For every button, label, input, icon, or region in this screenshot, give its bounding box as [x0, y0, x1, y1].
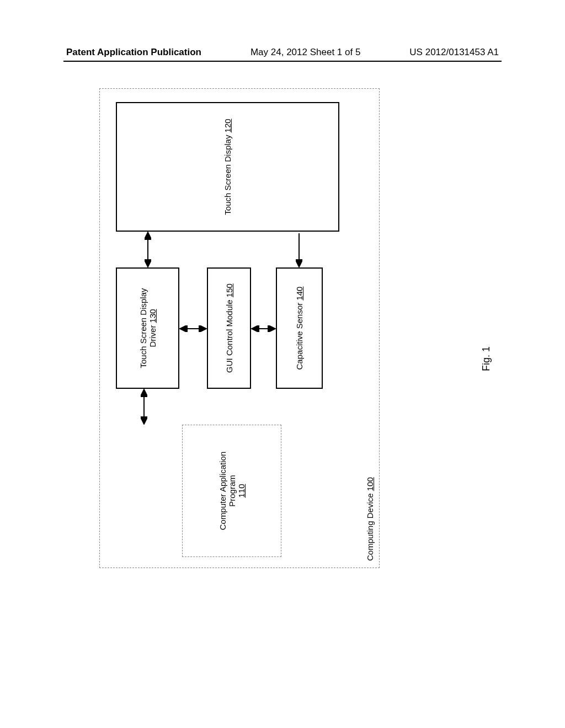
arrow-driver-gui	[179, 325, 207, 332]
touch-screen-display-box: Touch Screen Display 120	[116, 102, 339, 232]
figure-label: Fig. 1	[481, 346, 492, 371]
header-divider	[63, 61, 502, 62]
computing-device-label: Computing Device 100	[365, 477, 375, 561]
arrow-driver-display	[145, 232, 151, 267]
capacitive-sensor-box: Capacitive Sensor 140	[276, 267, 323, 389]
header-right: US 2012/0131453 A1	[409, 47, 499, 58]
arrow-gui-sensor	[251, 325, 276, 332]
app-program-box: Computer Application Program 110	[182, 425, 281, 557]
arrow-sensor-display	[296, 232, 302, 267]
touch-screen-driver-box: Touch Screen Display Driver 130	[116, 267, 179, 389]
diagram-container: Computing Device 100 Computer Applicatio…	[0, 188, 479, 468]
arrow-app-driver	[141, 389, 147, 425]
header-left: Patent Application Publication	[66, 47, 201, 58]
gui-control-module-box: GUI Control Module 150	[207, 267, 251, 389]
header-center: May 24, 2012 Sheet 1 of 5	[250, 47, 360, 58]
